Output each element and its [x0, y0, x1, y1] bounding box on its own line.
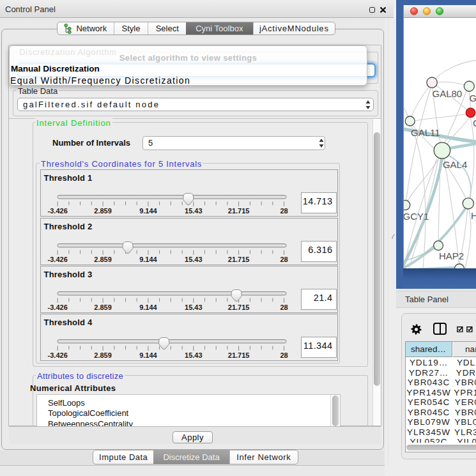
svg-text:GAL11: GAL11: [411, 127, 440, 138]
svg-text:GAL4: GAL4: [443, 159, 467, 170]
svg-text:C: C: [473, 118, 476, 128]
svg-text:GA: GA: [469, 93, 476, 104]
svg-text:H: H: [471, 210, 476, 221]
svg-text:GAL80: GAL80: [433, 88, 463, 99]
svg-text:GCY1: GCY1: [404, 211, 429, 222]
svg-text:HAP2: HAP2: [439, 250, 464, 261]
